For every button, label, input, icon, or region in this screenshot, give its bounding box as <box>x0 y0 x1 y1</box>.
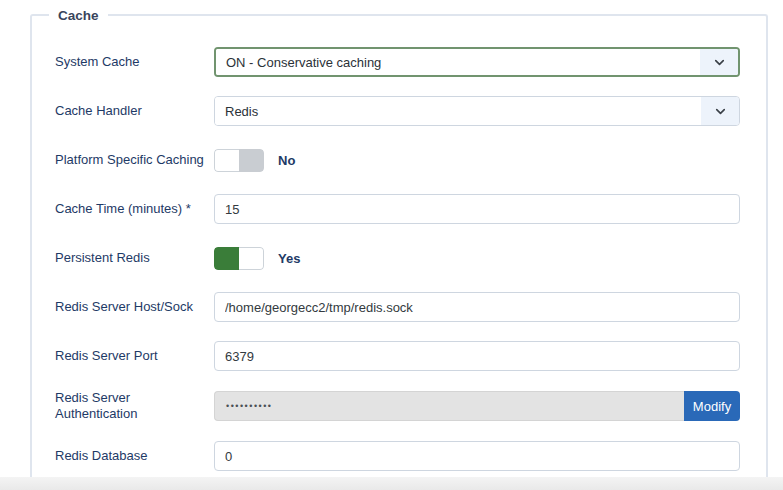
field-label-persistent-redis: Persistent Redis <box>55 250 214 266</box>
field-label-redis-port: Redis Server Port <box>55 348 214 364</box>
form-row: Cache Time (minutes) * <box>55 194 740 224</box>
password-redis-auth: •••••••••• <box>214 391 684 421</box>
form-row: Redis Server Authentication •••••••••• M… <box>55 390 740 422</box>
form-row: Persistent Redis Yes <box>55 243 740 273</box>
toggle-track <box>239 149 264 172</box>
form-row: System Cache ON - Conservative caching <box>55 47 740 77</box>
select-system-cache[interactable]: ON - Conservative caching <box>214 47 740 77</box>
field-label-redis-authentication: Redis Server Authentication <box>55 390 214 422</box>
control: No <box>214 149 740 172</box>
field-label-cache-time: Cache Time (minutes) * <box>55 201 214 217</box>
redis-authentication-group: •••••••••• Modify <box>214 391 740 421</box>
input-cache-time[interactable] <box>214 194 740 224</box>
toggle-platform-specific-caching[interactable] <box>214 149 264 172</box>
password-dots: •••••••••• <box>226 402 273 411</box>
toggle-knob <box>239 247 264 270</box>
control <box>214 194 740 224</box>
field-label-redis-database: Redis Database <box>55 448 214 464</box>
control: ON - Conservative caching <box>214 47 740 77</box>
field-label-cache-handler: Cache Handler <box>55 103 214 119</box>
modify-button[interactable]: Modify <box>684 391 740 421</box>
form-row: Platform Specific Caching No <box>55 145 740 175</box>
control <box>214 441 740 471</box>
page-bottom-edge <box>0 477 783 490</box>
toggle-track <box>214 247 239 270</box>
form-row: Cache Handler Redis <box>55 96 740 126</box>
input-redis-host[interactable] <box>214 292 740 322</box>
form-row: Redis Server Port <box>55 341 740 371</box>
field-label-redis-host: Redis Server Host/Sock <box>55 299 214 315</box>
toggle-state-label: Yes <box>278 251 300 266</box>
form-row: Redis Server Host/Sock <box>55 292 740 322</box>
control <box>214 292 740 322</box>
toggle-persistent-redis[interactable] <box>214 247 264 270</box>
field-label-platform-specific-caching: Platform Specific Caching <box>55 152 214 168</box>
field-label-system-cache: System Cache <box>55 54 214 70</box>
select-cache-handler[interactable]: Redis <box>214 96 740 126</box>
control: Yes <box>214 247 740 270</box>
cache-settings-fieldset: Cache System Cache ON - Conservative cac… <box>30 14 768 477</box>
control <box>214 341 740 371</box>
select-system-cache-value: ON - Conservative caching <box>216 49 700 75</box>
form-row: Redis Database <box>55 441 740 471</box>
input-redis-port[interactable] <box>214 341 740 371</box>
control: •••••••••• Modify <box>214 391 740 421</box>
toggle-state-label: No <box>278 153 295 168</box>
select-cache-handler-value: Redis <box>215 97 701 125</box>
control: Redis <box>214 96 740 126</box>
chevron-down-icon <box>700 49 738 75</box>
chevron-down-icon <box>701 97 739 125</box>
fieldset-legend: Cache <box>49 7 108 25</box>
input-redis-database[interactable] <box>214 441 740 471</box>
form-rows: System Cache ON - Conservative caching C… <box>32 16 766 471</box>
toggle-knob <box>214 149 239 172</box>
